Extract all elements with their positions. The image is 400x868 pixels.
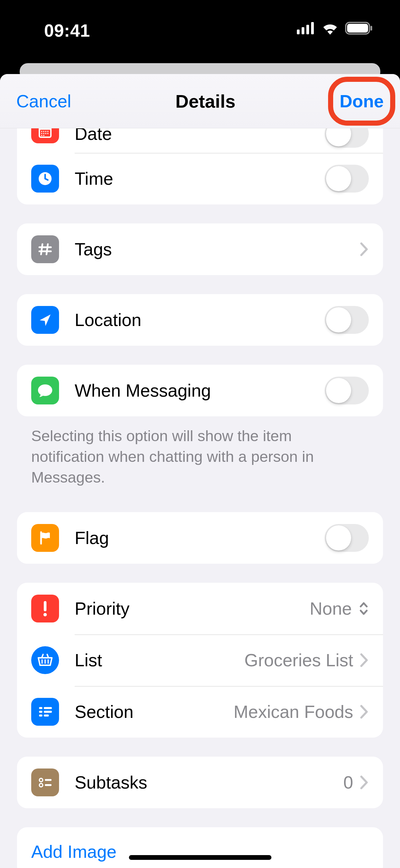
svg-rect-3 <box>311 22 314 34</box>
signal-icon <box>297 22 315 34</box>
time-label: Time <box>75 168 325 189</box>
clock-icon <box>31 165 59 193</box>
priority-label: Priority <box>75 598 310 619</box>
list-icon <box>31 698 59 726</box>
row-tags[interactable]: Tags <box>17 223 383 275</box>
row-location[interactable]: Location <box>17 294 383 346</box>
svg-point-9 <box>41 131 42 132</box>
exclamation-icon <box>31 595 59 622</box>
chevron-right-icon <box>360 705 369 719</box>
location-label: Location <box>75 310 325 330</box>
messaging-label: When Messaging <box>75 380 325 401</box>
group-subtasks: Subtasks 0 <box>17 757 383 808</box>
priority-value: None <box>310 598 352 619</box>
details-sheet: Cancel Details Done Date <box>0 74 400 868</box>
svg-rect-22 <box>39 707 42 709</box>
date-label: Date <box>75 128 325 144</box>
messaging-footer-note: Selecting this option will show the item… <box>17 416 383 488</box>
status-time: 09:41 <box>44 20 90 41</box>
group-location: Location <box>17 294 383 346</box>
svg-rect-29 <box>45 779 52 781</box>
svg-point-21 <box>43 613 47 616</box>
group-tags: Tags <box>17 223 383 275</box>
navbar: Cancel Details Done <box>0 74 400 128</box>
row-date[interactable]: Date <box>17 128 383 153</box>
status-indicators <box>297 20 380 35</box>
group-datetime: Date Time <box>17 128 383 204</box>
svg-rect-27 <box>44 715 49 717</box>
svg-point-30 <box>39 783 43 787</box>
nav-arrow-icon <box>31 306 59 334</box>
list-value: Groceries List <box>244 650 353 670</box>
hash-icon <box>31 235 59 263</box>
chevron-right-icon <box>360 653 369 667</box>
row-list[interactable]: List Groceries List <box>17 634 383 686</box>
content-scroll[interactable]: Date Time Tags <box>0 128 400 868</box>
flag-toggle[interactable] <box>325 524 369 552</box>
group-organization: Priority None List Groceries List <box>17 583 383 738</box>
chevron-right-icon <box>360 242 369 256</box>
home-indicator <box>129 855 271 860</box>
page-title: Details <box>175 91 235 112</box>
group-messaging: When Messaging <box>17 365 383 416</box>
row-flag[interactable]: Flag <box>17 512 383 564</box>
tags-label: Tags <box>75 239 360 259</box>
svg-point-16 <box>47 133 49 134</box>
svg-point-11 <box>45 131 46 132</box>
row-section[interactable]: Section Mexican Foods <box>17 686 383 738</box>
time-toggle[interactable] <box>325 165 369 193</box>
row-add-image[interactable]: Add Image <box>17 827 383 868</box>
subtasks-icon <box>31 768 59 796</box>
svg-point-14 <box>43 133 44 134</box>
svg-rect-0 <box>297 30 300 34</box>
status-bar: 09:41 <box>0 0 400 61</box>
calendar-icon <box>31 128 59 143</box>
svg-rect-26 <box>39 715 42 717</box>
add-image-button[interactable]: Add Image <box>31 842 117 862</box>
messages-icon <box>31 377 59 404</box>
subtasks-label: Subtasks <box>75 772 343 793</box>
row-time[interactable]: Time <box>17 153 383 204</box>
group-flag: Flag <box>17 512 383 564</box>
svg-rect-31 <box>45 784 52 786</box>
svg-rect-5 <box>347 24 368 33</box>
row-messaging[interactable]: When Messaging <box>17 365 383 416</box>
svg-rect-24 <box>39 711 42 713</box>
svg-rect-20 <box>44 601 46 611</box>
svg-point-13 <box>41 133 42 134</box>
messaging-toggle[interactable] <box>325 377 369 404</box>
svg-point-18 <box>43 135 44 136</box>
svg-point-17 <box>41 135 42 136</box>
list-label: List <box>75 650 244 670</box>
up-down-icon <box>359 601 369 616</box>
flag-icon <box>31 524 59 552</box>
wifi-icon <box>321 22 339 35</box>
done-button-highlight <box>328 77 395 126</box>
section-value: Mexican Foods <box>233 702 353 722</box>
svg-rect-2 <box>306 25 309 34</box>
chevron-right-icon <box>360 775 369 790</box>
flag-label: Flag <box>75 528 325 548</box>
row-priority[interactable]: Priority None <box>17 583 383 634</box>
cancel-button[interactable]: Cancel <box>16 91 71 111</box>
svg-point-12 <box>47 131 49 132</box>
basket-icon <box>31 646 59 674</box>
svg-rect-23 <box>44 707 52 709</box>
subtasks-value: 0 <box>343 772 353 793</box>
row-subtasks[interactable]: Subtasks 0 <box>17 757 383 808</box>
location-toggle[interactable] <box>325 306 369 334</box>
svg-rect-1 <box>302 27 304 34</box>
svg-point-28 <box>39 778 43 782</box>
date-toggle[interactable] <box>325 128 369 148</box>
svg-point-10 <box>43 131 44 132</box>
battery-icon <box>345 22 373 35</box>
svg-rect-25 <box>44 711 52 713</box>
svg-point-15 <box>45 133 46 134</box>
section-label: Section <box>75 702 233 722</box>
svg-rect-6 <box>370 26 372 31</box>
